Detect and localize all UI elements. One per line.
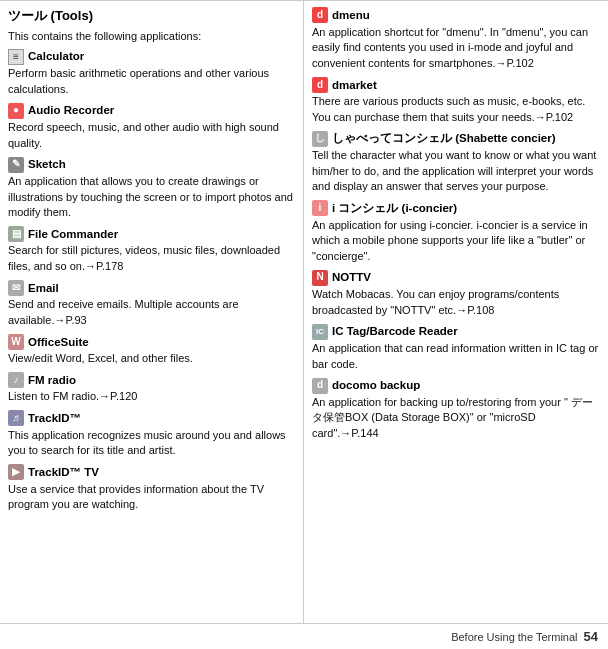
email-title: Email: [28, 280, 59, 297]
ictag-title: IC Tag/Barcode Reader: [332, 323, 458, 340]
fm-body: Listen to FM radio.→P.120: [8, 389, 295, 405]
entry-header-trackid: ♬ TrackID™: [8, 410, 295, 427]
trackid-body: This application recognizes music around…: [8, 428, 295, 459]
shabette-icon: し: [312, 131, 328, 147]
iconcier-icon: i: [312, 200, 328, 216]
trackid-title: TrackID™: [28, 410, 81, 427]
shabette-body: Tell the character what you want to know…: [312, 148, 600, 195]
list-item: ▤ File Commander Search for still pictur…: [8, 226, 295, 275]
trackidtv-body: Use a service that provides information …: [8, 482, 295, 513]
nottv-icon: N: [312, 270, 328, 286]
officesuite-icon: W: [8, 334, 24, 350]
page-number: 54: [584, 629, 598, 644]
left-column: ツール (Tools) This contains the following …: [0, 1, 304, 623]
list-item: ✎ Sketch An application that allows you …: [8, 156, 295, 221]
entry-header-filecomm: ▤ File Commander: [8, 226, 295, 243]
list-item: i i コンシェル (i-concier) An application for…: [312, 200, 600, 265]
email-icon: ✉: [8, 280, 24, 296]
nottv-title: NOTTV: [332, 269, 371, 286]
list-item: し しゃべってコンシェル (Shabette concier) Tell the…: [312, 130, 600, 195]
sketch-icon: ✎: [8, 157, 24, 173]
calculator-title: Calculator: [28, 48, 84, 65]
entry-header-shabette: し しゃべってコンシェル (Shabette concier): [312, 130, 600, 147]
entry-header-nottv: N NOTTV: [312, 269, 600, 286]
filecommander-icon: ▤: [8, 226, 24, 242]
list-item: d docomo backup An application for backi…: [312, 377, 600, 442]
nottv-body: Watch Mobacas. You can enjoy programs/co…: [312, 287, 600, 318]
entry-header-dmenu: d dmenu: [312, 7, 600, 24]
entry-header-iconcier: i i コンシェル (i-concier): [312, 200, 600, 217]
iconcier-title: i コンシェル (i-concier): [332, 200, 457, 217]
dmarket-body: There are various products such as music…: [312, 94, 600, 125]
entry-header-sketch: ✎ Sketch: [8, 156, 295, 173]
dmenu-body: An application shortcut for "dmenu". In …: [312, 25, 600, 72]
trackid-icon: ♬: [8, 410, 24, 426]
list-item: ● Audio Recorder Record speech, music, a…: [8, 102, 295, 151]
footer-right: Before Using the Terminal 54: [451, 629, 598, 644]
dmarket-icon: d: [312, 77, 328, 93]
office-title: OfficeSuite: [28, 334, 89, 351]
entry-header-trackidtv: ▶ TrackID™ TV: [8, 464, 295, 481]
entry-header-audio: ● Audio Recorder: [8, 102, 295, 119]
audio-title: Audio Recorder: [28, 102, 114, 119]
filecomm-body: Search for still pictures, videos, music…: [8, 243, 295, 274]
right-column: d dmenu An application shortcut for "dme…: [304, 1, 608, 623]
ictag-icon: IC: [312, 324, 328, 340]
list-item: ♪ FM radio Listen to FM radio.→P.120: [8, 372, 295, 405]
filecomm-title: File Commander: [28, 226, 118, 243]
office-body: View/edit Word, Excel, and other files.: [8, 351, 295, 367]
audio-icon: ●: [8, 103, 24, 119]
page-container: ツール (Tools) This contains the following …: [0, 0, 608, 649]
list-item: d dmenu An application shortcut for "dme…: [312, 7, 600, 72]
list-item: ▶ TrackID™ TV Use a service that provide…: [8, 464, 295, 513]
trackidtv-title: TrackID™ TV: [28, 464, 99, 481]
entry-header-calculator: ≡ Calculator: [8, 48, 295, 65]
footer: Before Using the Terminal 54: [0, 623, 608, 649]
list-item: d dmarket There are various products suc…: [312, 77, 600, 126]
tools-intro: This contains the following applications…: [8, 29, 295, 45]
calculator-body: Perform basic arithmetic operations and …: [8, 66, 295, 97]
tools-title: ツール (Tools): [8, 7, 295, 26]
shabette-title: しゃべってコンシェル (Shabette concier): [332, 130, 556, 147]
footer-page-label: Before Using the Terminal: [451, 631, 577, 643]
dmenu-icon: d: [312, 7, 328, 23]
fm-title: FM radio: [28, 372, 76, 389]
trackidtv-icon: ▶: [8, 464, 24, 480]
list-item: IC IC Tag/Barcode Reader An application …: [312, 323, 600, 372]
entry-header-email: ✉ Email: [8, 280, 295, 297]
entry-header-dmarket: d dmarket: [312, 77, 600, 94]
iconcier-body: An application for using i-concier. i-co…: [312, 218, 600, 265]
fm-icon: ♪: [8, 372, 24, 388]
list-item: W OfficeSuite View/edit Word, Excel, and…: [8, 334, 295, 367]
list-item: N NOTTV Watch Mobacas. You can enjoy pro…: [312, 269, 600, 318]
content-area: ツール (Tools) This contains the following …: [0, 0, 608, 623]
sketch-body: An application that allows you to create…: [8, 174, 295, 221]
entry-header-fm: ♪ FM radio: [8, 372, 295, 389]
docomo-body: An application for backing up to/restori…: [312, 395, 600, 442]
sketch-title: Sketch: [28, 156, 66, 173]
docomo-title: docomo backup: [332, 377, 420, 394]
email-body: Send and receive emails. Multiple accoun…: [8, 297, 295, 328]
entry-header-office: W OfficeSuite: [8, 334, 295, 351]
dmarket-title: dmarket: [332, 77, 377, 94]
dmenu-title: dmenu: [332, 7, 370, 24]
entry-header-docomo: d docomo backup: [312, 377, 600, 394]
calculator-icon: ≡: [8, 49, 24, 65]
list-item: ✉ Email Send and receive emails. Multipl…: [8, 280, 295, 329]
docomo-icon: d: [312, 378, 328, 394]
audio-body: Record speech, music, and other audio wi…: [8, 120, 295, 151]
list-item: ≡ Calculator Perform basic arithmetic op…: [8, 48, 295, 97]
entry-header-ictag: IC IC Tag/Barcode Reader: [312, 323, 600, 340]
list-item: ♬ TrackID™ This application recognizes m…: [8, 410, 295, 459]
ictag-body: An application that can read information…: [312, 341, 600, 372]
